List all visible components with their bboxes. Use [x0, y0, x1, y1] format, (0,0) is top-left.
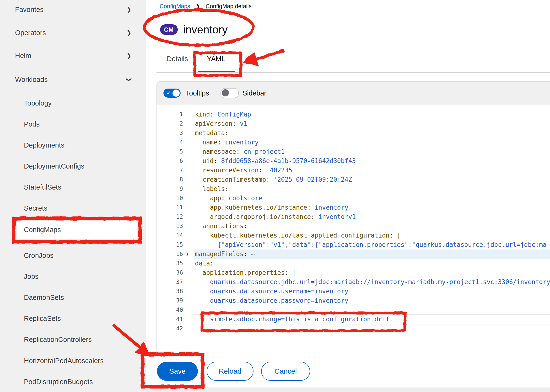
- fold-gutter: [183, 222, 191, 231]
- code-line-2[interactable]: 2apiVersion: v1: [157, 119, 550, 128]
- code-line-40[interactable]: 40: [157, 305, 550, 315]
- line-number: 10: [157, 194, 183, 203]
- code-text: uid: 8fdd0658-a86e-4a1b-9570-61642d30bf4…: [191, 156, 356, 166]
- code-line-8[interactable]: 8 creationTimestamp: '2025-09-02T09:20:2…: [157, 175, 550, 184]
- code-line-41[interactable]: 41 simple.adhoc.change=This is a configu…: [157, 315, 550, 324]
- chevron-right-icon[interactable]: ❯: [127, 52, 131, 59]
- line-number: 16: [157, 250, 183, 259]
- code-text: name: inventory: [191, 138, 258, 147]
- indent-guide: [202, 305, 202, 315]
- sidebar-item-replicasets[interactable]: ReplicaSets: [24, 315, 61, 322]
- sidebar-toggle[interactable]: [221, 88, 239, 98]
- sidebar-item-workloads[interactable]: Workloads: [15, 76, 48, 84]
- code-text: quarkus.datasource.jdbc.url=jdbc:mariadb…: [191, 277, 550, 287]
- breadcrumb-current: ConfigMap details: [206, 3, 252, 10]
- line-number: 41: [157, 315, 183, 324]
- tabs-divider: [157, 72, 550, 73]
- reload-button[interactable]: Reload: [207, 362, 253, 381]
- code-line-7[interactable]: 7 resourceVersion: '402235': [157, 166, 550, 175]
- sidebar-item-poddisruptionbudgets[interactable]: PodDisruptionBudgets: [24, 378, 93, 386]
- breadcrumb-configmaps-link[interactable]: ConfigMaps: [160, 3, 190, 10]
- resource-name: inventory: [183, 23, 228, 36]
- code-line-14[interactable]: 14 kubectl.kubernetes.io/last-applied-co…: [157, 231, 550, 240]
- code-text: managedFields: ⋯: [191, 250, 255, 259]
- sidebar-item-jobs[interactable]: Jobs: [24, 273, 38, 280]
- fold-chevron-icon[interactable]: ❯: [183, 250, 191, 259]
- line-number: 8: [157, 175, 183, 184]
- code-line-13[interactable]: 13 annotations:: [157, 222, 550, 231]
- line-number: 2: [157, 119, 183, 128]
- tooltips-toggle[interactable]: ✓: [164, 89, 181, 98]
- code-line-35[interactable]: 35data:: [157, 259, 550, 268]
- fold-gutter: [183, 305, 191, 315]
- save-button[interactable]: Save: [157, 362, 198, 381]
- code-line-15[interactable]: 15 {"apiVersion":"v1","data":{"applicati…: [157, 240, 550, 250]
- sidebar-item-horizontalpodautoscalers[interactable]: HorizontalPodAutoscalers: [24, 357, 104, 365]
- code-text: application.properties: |: [191, 268, 296, 277]
- tooltips-toggle-label: Tooltips: [186, 89, 209, 97]
- code-text: resourceVersion: '402235': [191, 166, 296, 175]
- chevron-right-icon[interactable]: ❯: [127, 6, 131, 13]
- line-number: 15: [157, 240, 183, 250]
- code-line-12[interactable]: 12 argocd.argoproj.io/instance: inventor…: [157, 212, 550, 222]
- indent-guide: [202, 324, 202, 333]
- code-line-3[interactable]: 3metadata:: [157, 128, 550, 138]
- code-line-36[interactable]: 36 application.properties: |: [157, 268, 550, 277]
- tab-yaml[interactable]: YAML: [207, 55, 225, 63]
- fold-gutter: [183, 138, 191, 147]
- sidebar-item-operators[interactable]: Operators: [15, 29, 46, 37]
- code-line-37[interactable]: 37 quarkus.datasource.jdbc.url=jdbc:mari…: [157, 277, 550, 287]
- chevron-right-icon[interactable]: ❯: [127, 29, 131, 36]
- code-text: annotations:: [191, 222, 247, 231]
- line-number: 39: [157, 296, 183, 305]
- fold-gutter: [183, 315, 191, 324]
- sidebar-item-replicationcontrollers[interactable]: ReplicationControllers: [24, 336, 92, 343]
- sidebar-item-topology[interactable]: Topology: [24, 99, 52, 107]
- fold-gutter: [183, 175, 191, 184]
- code-line-4[interactable]: 4 name: inventory: [157, 138, 550, 147]
- code-line-16[interactable]: 16❯managedFields: ⋯: [157, 250, 550, 259]
- sidebar-item-daemonsets[interactable]: DaemonSets: [24, 294, 64, 301]
- code-line-5[interactable]: 5 namespace: cn-project1: [157, 147, 550, 156]
- breadcrumb-chevron-icon: ❯: [196, 3, 200, 9]
- line-number: 7: [157, 166, 183, 175]
- code-line-6[interactable]: 6 uid: 8fdd0658-a86e-4a1b-9570-61642d30b…: [157, 156, 550, 166]
- code-text: app: coolstore: [191, 194, 262, 203]
- code-line-9[interactable]: 9 labels:: [157, 184, 550, 194]
- code-line-10[interactable]: 10 app: coolstore: [157, 194, 550, 203]
- sidebar-item-secrets[interactable]: Secrets: [24, 204, 47, 212]
- sidebar-toggle-label: Sidebar: [243, 89, 266, 97]
- sidebar-item-deploymentconfigs[interactable]: DeploymentConfigs: [24, 162, 84, 170]
- line-number: 4: [157, 138, 183, 147]
- fold-gutter: [183, 194, 191, 203]
- sidebar-item-pods[interactable]: Pods: [24, 120, 40, 128]
- code-text: data:: [191, 259, 214, 268]
- line-number: 35: [157, 259, 183, 268]
- tab-active-underline: [198, 71, 235, 72]
- chevron-down-icon[interactable]: ❯: [126, 77, 132, 82]
- line-number: 13: [157, 222, 183, 231]
- code-line-42[interactable]: 42: [157, 324, 550, 333]
- sidebar-item-helm[interactable]: Helm: [15, 52, 31, 60]
- check-icon: ✓: [166, 90, 171, 96]
- sidebar-item-statefulsets[interactable]: StatefulSets: [24, 183, 61, 191]
- code-line-11[interactable]: 11 app.kubernetes.io/instance: inventory: [157, 203, 550, 212]
- code-line-39[interactable]: 39 quarkus.datasource.password=inventory: [157, 296, 550, 305]
- cancel-button[interactable]: Cancel: [261, 362, 310, 381]
- line-number: 14: [157, 231, 183, 240]
- line-number: 3: [157, 128, 183, 138]
- line-number: 36: [157, 268, 183, 277]
- code-text: namespace: cn-project1: [191, 147, 285, 156]
- toggle-knob: [222, 89, 229, 97]
- sidebar-item-deployments[interactable]: Deployments: [24, 141, 64, 149]
- sidebar-item-cronjobs[interactable]: CronJobs: [24, 252, 54, 259]
- fold-gutter: [183, 324, 191, 333]
- sidebar-item-configmaps[interactable]: ConfigMaps: [24, 226, 61, 234]
- code-line-38[interactable]: 38 quarkus.datasource.username=inventory: [157, 287, 550, 296]
- yaml-code-editor[interactable]: 1kind: ConfigMap2apiVersion: v13metadata…: [157, 105, 550, 333]
- tab-details[interactable]: Details: [167, 55, 188, 63]
- code-line-1[interactable]: 1kind: ConfigMap: [157, 110, 550, 119]
- sidebar-item-favorites[interactable]: Favorites: [15, 6, 43, 14]
- line-number: 11: [157, 203, 183, 212]
- line-number: 12: [157, 212, 183, 222]
